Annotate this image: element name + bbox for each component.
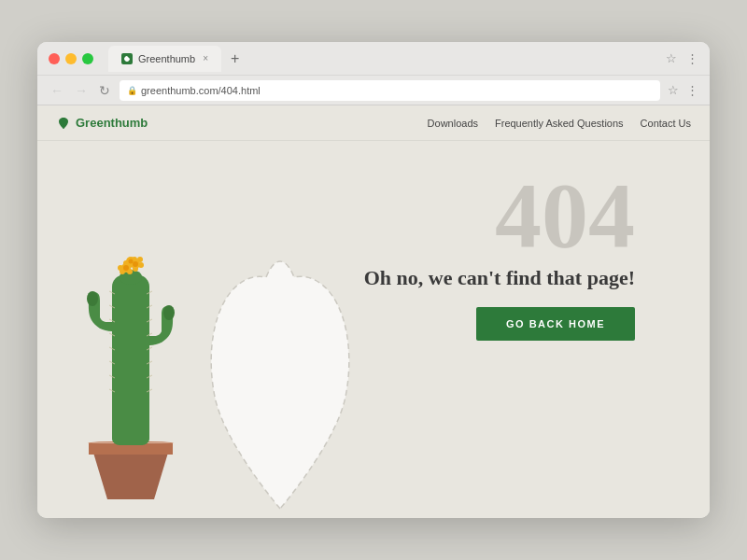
nav-contact[interactable]: Contact Us bbox=[641, 118, 691, 129]
svg-point-14 bbox=[138, 262, 144, 268]
minimize-window-button[interactable] bbox=[65, 53, 77, 64]
forward-button[interactable]: → bbox=[73, 81, 90, 100]
new-tab-button[interactable]: + bbox=[227, 49, 243, 69]
browser-window: Greenthumb × + ☆ ⋮ ← → ↻ 🔒 greenthumb.co… bbox=[37, 42, 710, 518]
go-back-home-button[interactable]: GO BACK HOME bbox=[476, 307, 635, 341]
active-tab[interactable]: Greenthumb × bbox=[108, 46, 221, 72]
nav-downloads[interactable]: Downloads bbox=[428, 118, 478, 129]
url-text: greenthumb.com/404.html bbox=[141, 85, 261, 96]
window-controls bbox=[49, 53, 93, 64]
bookmark-icon[interactable]: ☆ bbox=[668, 83, 679, 97]
back-button[interactable]: ← bbox=[49, 81, 65, 100]
site-content: Greenthumb Downloads Frequently Asked Qu… bbox=[37, 105, 710, 518]
logo-text: Greenthumb bbox=[76, 116, 148, 130]
close-window-button[interactable] bbox=[49, 53, 60, 64]
title-bar-icons: ☆ ⋮ bbox=[666, 51, 698, 65]
nav-links: Downloads Frequently Asked Questions Con… bbox=[428, 118, 691, 129]
fullscreen-window-button[interactable] bbox=[82, 53, 93, 64]
url-bar[interactable]: 🔒 greenthumb.com/404.html bbox=[120, 80, 660, 101]
tab-area: Greenthumb × + bbox=[108, 46, 243, 72]
error-message: Oh no, we can't find that page! bbox=[364, 266, 635, 290]
more-icon[interactable]: ⋮ bbox=[686, 51, 698, 65]
ghost-plant-silhouette bbox=[187, 257, 374, 518]
svg-point-1 bbox=[87, 291, 98, 306]
address-bar-actions: ☆ ⋮ bbox=[668, 83, 698, 97]
site-nav: Greenthumb Downloads Frequently Asked Qu… bbox=[37, 105, 710, 141]
svg-point-19 bbox=[129, 259, 134, 264]
menu-icon[interactable]: ⋮ bbox=[686, 83, 698, 97]
svg-point-2 bbox=[163, 305, 175, 320]
refresh-button[interactable]: ↻ bbox=[97, 81, 112, 100]
svg-point-18 bbox=[133, 261, 138, 267]
site-logo[interactable]: Greenthumb bbox=[56, 116, 148, 131]
lock-icon: 🔒 bbox=[127, 86, 137, 95]
nav-faq[interactable]: Frequently Asked Questions bbox=[495, 118, 624, 129]
title-bar: Greenthumb × + ☆ ⋮ bbox=[37, 42, 710, 76]
logo-icon bbox=[56, 116, 71, 131]
tab-close-button[interactable]: × bbox=[203, 53, 208, 63]
star-icon[interactable]: ☆ bbox=[666, 51, 677, 65]
svg-point-12 bbox=[137, 257, 143, 262]
svg-point-17 bbox=[123, 265, 129, 271]
error-code: 404 bbox=[495, 169, 635, 262]
tab-label: Greenthumb bbox=[138, 53, 195, 64]
address-bar: ← → ↻ 🔒 greenthumb.com/404.html ☆ ⋮ bbox=[37, 76, 710, 105]
tab-favicon bbox=[121, 53, 133, 64]
